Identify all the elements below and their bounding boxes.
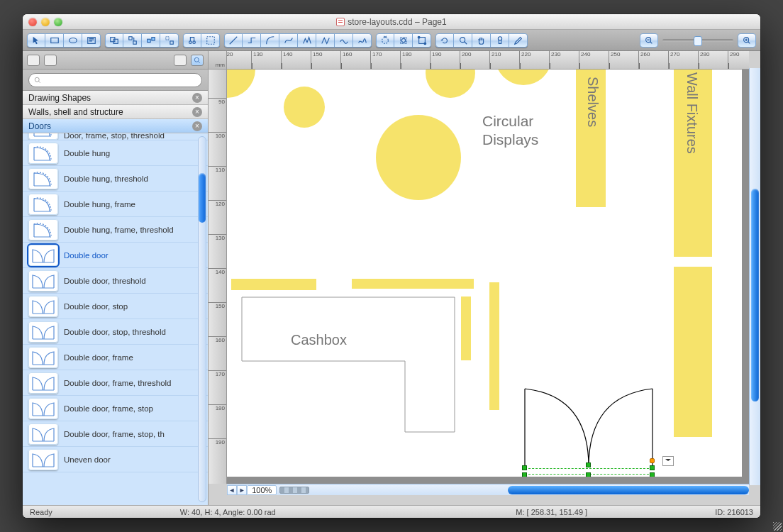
bezier-tool[interactable] bbox=[316, 33, 335, 48]
shape-label: Double door, frame, stop bbox=[64, 404, 153, 413]
list-view-button[interactable] bbox=[44, 55, 57, 66]
svg-rect-5 bbox=[128, 36, 131, 39]
shape-item[interactable]: Double door, threshold bbox=[23, 268, 208, 294]
selected-shape-double-door[interactable] bbox=[525, 389, 652, 477]
shape-item[interactable]: Double hung, frame bbox=[23, 192, 208, 217]
vertical-scrollbar[interactable] bbox=[749, 68, 760, 485]
shape-category[interactable]: Drawing Shapes× bbox=[23, 91, 208, 105]
distribute-tool[interactable] bbox=[160, 33, 179, 48]
text-tool[interactable] bbox=[82, 33, 101, 48]
freehand-tool[interactable] bbox=[353, 33, 372, 48]
counter-rectangle[interactable] bbox=[352, 279, 474, 289]
line-tool[interactable] bbox=[224, 33, 243, 48]
cashbox-shape[interactable] bbox=[241, 297, 482, 438]
display-circle[interactable] bbox=[376, 115, 461, 200]
ellipse-tool[interactable] bbox=[64, 33, 82, 48]
rotate-tool[interactable] bbox=[376, 33, 394, 48]
pan-tool[interactable] bbox=[472, 33, 491, 48]
snap-tool[interactable] bbox=[183, 33, 201, 48]
align-tool[interactable] bbox=[142, 33, 160, 48]
group-tool[interactable] bbox=[123, 33, 142, 48]
wall-fixtures-rectangle[interactable] bbox=[674, 267, 712, 437]
shape-category[interactable]: Doors× bbox=[23, 119, 208, 133]
vertical-ruler[interactable]: 8090100110120130140150160170180190 bbox=[209, 70, 227, 484]
shape-item[interactable]: Double door, frame, threshold bbox=[23, 370, 208, 396]
edit-points-tool[interactable] bbox=[413, 33, 431, 48]
curve-tool[interactable] bbox=[279, 33, 298, 48]
refresh-tool[interactable] bbox=[435, 33, 454, 48]
zoom-level-display[interactable]: 100% bbox=[247, 485, 277, 495]
document-icon bbox=[336, 18, 345, 26]
zoom-tool[interactable] bbox=[454, 33, 472, 48]
shape-item[interactable]: Double hung, threshold bbox=[23, 166, 208, 192]
shape-search-input[interactable] bbox=[28, 73, 202, 87]
shape-label: Double door, frame, stop, th bbox=[64, 430, 165, 438]
shape-thumbnail bbox=[28, 168, 58, 189]
container-tool[interactable] bbox=[105, 33, 123, 48]
eyedropper-tool[interactable] bbox=[491, 33, 509, 48]
counter-rectangle[interactable] bbox=[489, 282, 499, 410]
shape-list[interactable]: Door, frame, stop, thresholdDouble hungD… bbox=[23, 133, 208, 505]
next-page-button[interactable]: ► bbox=[237, 485, 247, 495]
arc-tool[interactable] bbox=[261, 33, 279, 48]
close-category-icon[interactable]: × bbox=[192, 107, 202, 117]
shape-label: Double hung bbox=[64, 149, 110, 157]
counter-rectangle[interactable] bbox=[231, 279, 316, 290]
shelves-label: Shelves bbox=[584, 77, 601, 127]
horizontal-ruler[interactable]: 1201301401501601701801902002102202302402… bbox=[227, 51, 749, 70]
svg-rect-6 bbox=[133, 40, 135, 43]
ruler-unit-label[interactable]: mm bbox=[209, 51, 227, 70]
shape-label: Double hung, threshold bbox=[64, 174, 148, 183]
shape-item[interactable]: Double hung bbox=[23, 140, 208, 166]
display-circle[interactable] bbox=[495, 70, 552, 85]
svg-point-24 bbox=[194, 57, 199, 62]
svg-rect-7 bbox=[147, 39, 150, 42]
canvas-edge-right bbox=[742, 70, 749, 484]
display-circle[interactable] bbox=[284, 87, 325, 128]
rectangle-tool[interactable] bbox=[45, 33, 64, 48]
shape-item[interactable]: Door, frame, stop, threshold bbox=[23, 133, 208, 140]
shape-item[interactable]: Double hung, frame, threshold bbox=[23, 217, 208, 243]
zoom-in-button[interactable] bbox=[738, 33, 756, 48]
page-navigator[interactable] bbox=[279, 487, 309, 494]
spline-tool[interactable] bbox=[335, 33, 353, 48]
svg-point-25 bbox=[35, 77, 39, 82]
shape-category[interactable]: Walls, shell and structure× bbox=[23, 105, 208, 119]
zoom-slider[interactable] bbox=[662, 39, 733, 42]
shape-item[interactable]: Double door, stop bbox=[23, 294, 208, 319]
shape-item[interactable]: Double door, stop, threshold bbox=[23, 319, 208, 345]
shape-item[interactable]: Double door, frame, stop bbox=[23, 396, 208, 421]
drawing-canvas[interactable]: Circular Displays Shelves Wall Fixtures … bbox=[227, 70, 749, 484]
svg-rect-9 bbox=[165, 36, 168, 39]
sidebar-view-controls bbox=[23, 51, 208, 70]
prev-page-button[interactable]: ◄ bbox=[227, 485, 237, 495]
display-circle[interactable] bbox=[227, 70, 255, 98]
grid-tool[interactable] bbox=[201, 33, 220, 48]
connector-tool[interactable] bbox=[243, 33, 261, 48]
shape-label: Door, frame, stop, threshold bbox=[64, 133, 165, 140]
shape-label: Double door, stop, threshold bbox=[64, 328, 166, 336]
smart-tag-button[interactable] bbox=[662, 456, 674, 466]
zoom-out-button[interactable] bbox=[640, 33, 658, 48]
format-painter-tool[interactable] bbox=[509, 33, 528, 48]
thumbnail-view-button[interactable] bbox=[174, 55, 187, 66]
crop-tool[interactable] bbox=[394, 33, 413, 48]
status-bar: Ready W: 40, H: 4, Angle: 0.00 rad M: [ … bbox=[23, 505, 760, 518]
body: Drawing Shapes×Walls, shell and structur… bbox=[23, 51, 760, 505]
display-circle[interactable] bbox=[426, 70, 475, 98]
shape-item[interactable]: Double door bbox=[23, 243, 208, 268]
shape-item[interactable]: Double door, frame bbox=[23, 345, 208, 370]
polyline-tool[interactable] bbox=[298, 33, 316, 48]
search-view-button[interactable] bbox=[191, 55, 204, 66]
tree-view-button[interactable] bbox=[27, 55, 40, 66]
close-category-icon[interactable]: × bbox=[192, 93, 202, 103]
horizontal-scrollbar[interactable] bbox=[508, 486, 749, 494]
titlebar: store-layouts.cdd – Page1 bbox=[23, 14, 760, 30]
pointer-tool[interactable] bbox=[27, 33, 45, 48]
shape-item[interactable]: Double door, frame, stop, th bbox=[23, 421, 208, 447]
sidebar-scrollbar[interactable] bbox=[198, 133, 206, 505]
close-category-icon[interactable]: × bbox=[192, 121, 202, 131]
shape-thumbnail bbox=[28, 245, 58, 266]
shape-item[interactable]: Uneven door bbox=[23, 447, 208, 472]
shape-label: Double hung, frame, threshold bbox=[64, 226, 174, 234]
